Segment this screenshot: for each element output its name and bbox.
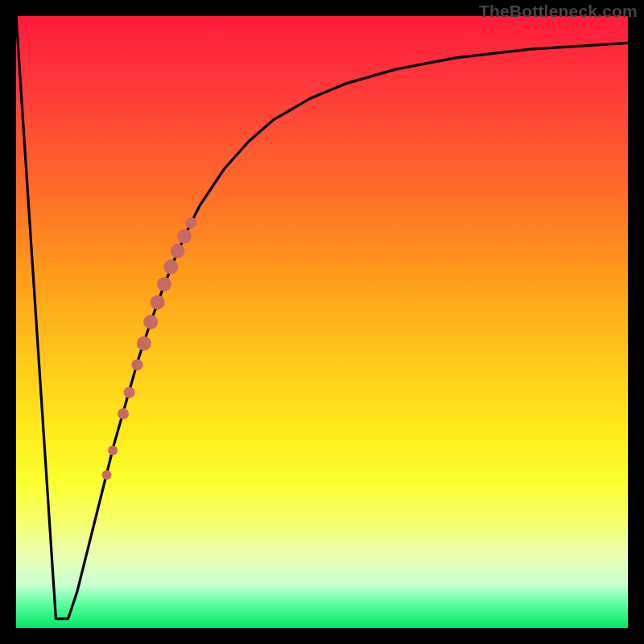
highlight-dot — [177, 229, 192, 244]
highlight-dot — [124, 386, 135, 398]
chart-frame: TheBottleneck.com — [0, 0, 644, 644]
watermark-text: TheBottleneck.com — [479, 2, 638, 21]
bottleneck-curve — [16, 16, 628, 619]
highlight-dot — [157, 277, 171, 291]
highlight-dot — [171, 244, 185, 258]
plot-area — [16, 16, 628, 628]
highlight-dot — [143, 315, 158, 329]
highlight-dot — [118, 408, 129, 419]
highlight-dot — [163, 260, 178, 275]
highlight-dot — [185, 217, 196, 229]
chart-svg — [16, 16, 628, 628]
highlight-dot — [101, 470, 111, 480]
highlight-dot — [137, 336, 151, 351]
highlight-dot — [151, 295, 165, 310]
highlight-dot — [108, 446, 118, 456]
curve-layer — [16, 16, 628, 619]
highlight-dot — [131, 359, 142, 370]
